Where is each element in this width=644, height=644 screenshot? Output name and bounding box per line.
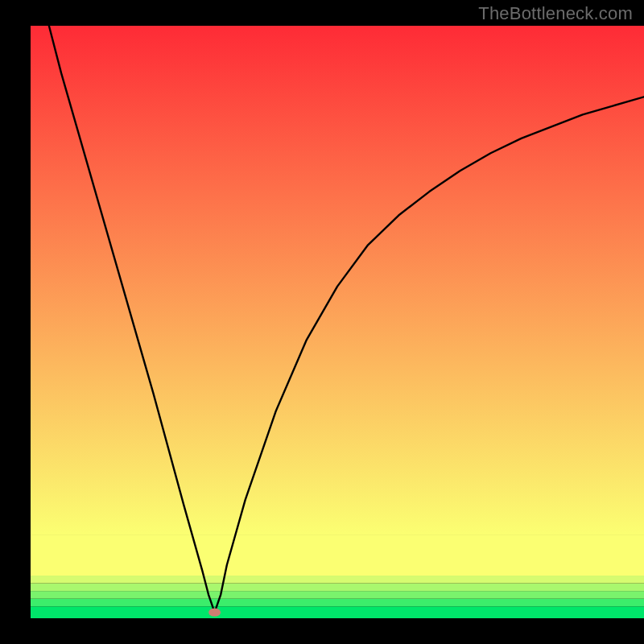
svg-rect-7: [31, 535, 644, 576]
svg-rect-8: [31, 26, 644, 535]
svg-rect-3: [31, 599, 644, 607]
bottleneck-chart: [0, 0, 644, 644]
svg-rect-2: [31, 606, 644, 618]
chart-frame: TheBottleneck.com: [0, 0, 644, 644]
watermark-text: TheBottleneck.com: [478, 3, 633, 24]
svg-point-9: [208, 608, 221, 616]
svg-rect-5: [31, 584, 644, 592]
svg-rect-4: [31, 591, 644, 599]
svg-rect-6: [31, 576, 644, 584]
